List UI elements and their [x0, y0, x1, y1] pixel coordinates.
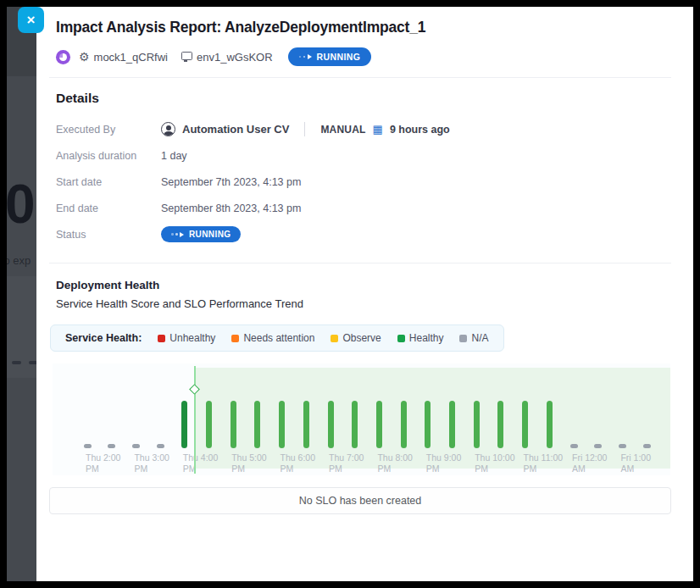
health-bar-thu-8-00-pm	[376, 401, 382, 448]
x-axis-tick-label: Thu 6:00PM	[281, 452, 315, 474]
health-bar-thu-2-30-pm	[108, 444, 115, 448]
user-icon	[161, 122, 175, 136]
health-bar-thu-8-30-pm	[401, 401, 407, 448]
legend-item-n-a: N/A	[459, 332, 488, 344]
status-badge: RUNNING	[288, 47, 372, 66]
executed-by-user: Automation User CV	[182, 123, 289, 136]
legend-color-swatch	[331, 335, 338, 342]
health-bar-thu-9-00-pm	[425, 401, 431, 448]
underlay-dash	[12, 361, 21, 364]
health-bar-thu-9-30-pm	[449, 401, 455, 448]
page-title: Impact Analysis Report: AnalyzeDeploymen…	[49, 19, 671, 36]
health-bar-fri-1-00-am	[619, 444, 626, 448]
executed-time: 9 hours ago	[390, 124, 450, 136]
deployment-health-subtitle: Service Health Score and SLO Performance…	[49, 297, 671, 310]
gear-icon: ⚙	[79, 51, 90, 63]
divider	[49, 77, 671, 78]
x-axis-tick-label: Fri 1:00AM	[620, 452, 651, 474]
details-grid: Executed By Automation User CV MANUAL ▦ …	[49, 116, 671, 247]
screen: 0 To exp × Impact Analysis Report: Analy…	[7, 7, 693, 581]
health-bar-fri-12-00-am	[570, 444, 578, 448]
x-axis-tick-label: Thu 10:00PM	[475, 452, 514, 474]
health-bar-thu-3-00-pm	[132, 444, 140, 448]
deployment-marker-line	[194, 366, 196, 474]
health-bar-thu-5-30-pm	[254, 401, 260, 448]
dimmed-background-page: 0 To exp	[7, 7, 41, 581]
legend-color-swatch	[231, 335, 239, 342]
service-health-legend: Service Health: UnhealthyNeeds attention…	[50, 325, 504, 352]
trigger-type: MANUAL	[320, 124, 365, 136]
monitored-service-avatar	[56, 50, 70, 64]
underlay-number-fragment: 0	[7, 173, 34, 236]
vertical-divider	[304, 122, 305, 136]
health-bar-thu-5-00-pm	[231, 401, 236, 448]
x-axis-tick-label: Thu 8:00PM	[377, 452, 412, 474]
detail-row-status: Status RUNNING	[56, 221, 671, 247]
health-bar-thu-4-30-pm	[206, 401, 212, 448]
health-bar-thu-7-30-pm	[352, 401, 358, 448]
environment-icon	[181, 52, 192, 60]
legend-item-unhealthy: Unhealthy	[158, 332, 215, 344]
details-heading: Details	[49, 91, 671, 106]
x-axis-tick-label: Thu 11:00PM	[524, 452, 564, 474]
detail-row-end-date: End date September 8th 2023, 4:13 pm	[56, 195, 671, 221]
health-bar-fri-1-30-am	[643, 444, 651, 448]
running-spinner-icon	[171, 232, 184, 237]
x-axis-tick-label: Thu 7:00PM	[329, 452, 364, 474]
underlay-text-fragment: To exp	[7, 254, 31, 267]
legend-color-swatch	[459, 335, 467, 342]
report-meta-row: ⚙ mock1_qCRfwi env1_wGsKOR RUNNING	[49, 47, 671, 66]
status-badge: RUNNING	[161, 226, 241, 242]
environment-name: env1_wGsKOR	[181, 51, 273, 64]
health-bar-thu-6-30-pm	[303, 401, 309, 448]
legend-item-observe: Observe	[331, 332, 381, 344]
health-bar-thu-6-00-pm	[279, 401, 285, 448]
x-axis-tick-label: Thu 5:00PM	[231, 452, 266, 474]
close-drawer-button[interactable]: ×	[18, 7, 44, 33]
x-axis-tick-label: Thu 4:00PM	[183, 452, 218, 474]
close-icon: ×	[27, 12, 36, 29]
detail-row-analysis-duration: Analysis duration 1 day	[56, 142, 671, 169]
health-bar-thu-3-30-pm	[157, 444, 164, 448]
health-bar-thu-10-00-pm	[474, 401, 480, 448]
running-spinner-icon	[299, 54, 312, 59]
legend-color-swatch	[158, 335, 165, 342]
detail-row-executed-by: Executed By Automation User CV MANUAL ▦ …	[56, 116, 671, 142]
health-bar-thu-2-00-pm	[84, 444, 92, 448]
health-bar-thu-11-30-pm	[547, 401, 553, 448]
impact-analysis-drawer: Impact Analysis Report: AnalyzeDeploymen…	[36, 7, 693, 581]
deployment-health-heading: Deployment Health	[49, 279, 671, 291]
legend-color-swatch	[397, 335, 405, 342]
health-bar-thu-11-00-pm	[522, 401, 528, 448]
legend-item-needs-attention: Needs attention	[231, 332, 314, 344]
health-score-chart: Thu 2:00PMThu 3:00PMThu 4:00PMThu 5:00PM…	[53, 363, 670, 475]
x-axis-tick-label: Thu 3:00PM	[134, 452, 169, 474]
detail-row-start-date: Start date September 7th 2023, 4:13 pm	[56, 169, 671, 195]
health-bar-thu-7-00-pm	[328, 401, 334, 448]
health-bar-thu-4-00-pm	[181, 401, 187, 448]
slo-empty-state: No SLO has been created	[49, 487, 671, 514]
service-name: ⚙ mock1_qCRfwi	[79, 51, 168, 64]
health-bar-fri-12-30-am	[594, 444, 602, 448]
legend-item-healthy: Healthy	[397, 332, 444, 344]
x-axis-tick-label: Thu 9:00PM	[426, 452, 461, 474]
x-axis-tick-label: Thu 2:00PM	[86, 452, 120, 474]
divider	[49, 263, 671, 263]
calendar-icon: ▦	[373, 124, 383, 135]
health-bar-thu-10-30-pm	[497, 401, 503, 448]
x-axis-tick-label: Fri 12:00AM	[572, 452, 607, 474]
